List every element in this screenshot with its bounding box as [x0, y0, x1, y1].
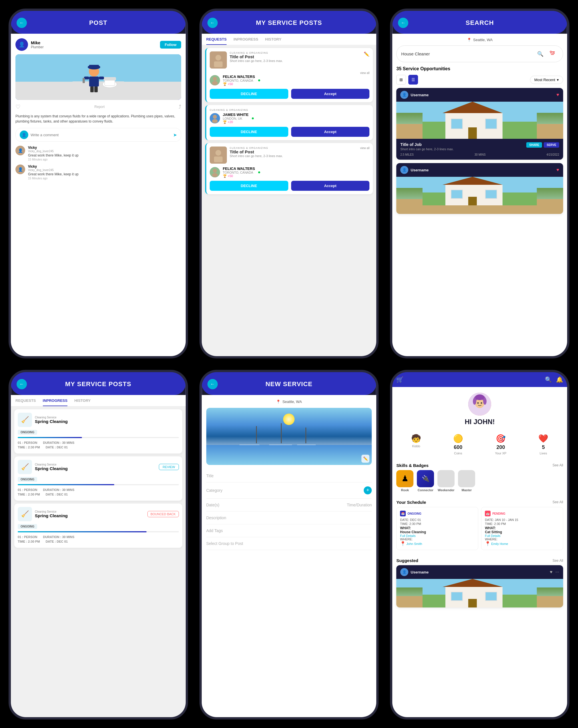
tab-requests[interactable]: REQUESTS: [206, 37, 227, 45]
result-avatar-1: 👤: [400, 91, 408, 99]
schedule-see-all[interactable]: See All: [553, 500, 563, 504]
xp-value: 200: [496, 444, 505, 450]
view-all-1[interactable]: view all: [210, 71, 370, 75]
pending-full-details[interactable]: Full Details: [485, 534, 559, 538]
detail-row-3b: TIME : 2:30 PM DATE : DEC 01: [18, 540, 179, 543]
service-title-3: Title of Post: [230, 149, 357, 154]
svg-point-24: [216, 150, 221, 156]
bell-icon[interactable]: 🔔: [556, 376, 563, 383]
svg-rect-61: [451, 592, 462, 601]
detail-row-1a: 01 : PERSON DURATION : 30 MINS: [18, 441, 179, 444]
duration-detail-2: DURATION : 30 MINS: [43, 488, 74, 492]
suggested-section-header: Suggested See All: [396, 554, 563, 565]
view-all-3[interactable]: view all: [360, 147, 370, 164]
bounced-back-button[interactable]: BOUNCED BACK: [147, 511, 179, 517]
filter-button[interactable]: [546, 49, 558, 59]
accept-button-2[interactable]: Accept: [291, 127, 370, 137]
photo-edit-icon[interactable]: ✏️: [361, 455, 370, 463]
suggested-section: Suggested See All 👤 Username ♥ ···: [392, 554, 567, 607]
heart-icon-2[interactable]: ♥: [557, 167, 559, 173]
schedule-cards: 📅 ONGOING DATE: DEC 01 TIME: 2:30 PM WHA…: [396, 507, 563, 550]
share-icon[interactable]: ⤴: [179, 104, 181, 110]
date-detail-1: DATE : DEC 01: [46, 445, 68, 449]
sun-decoration: [283, 414, 295, 425]
like-icon[interactable]: ♡: [16, 103, 21, 110]
svg-rect-31: [551, 54, 554, 55]
report-label[interactable]: Report: [94, 105, 105, 109]
date-detail-2: DATE : DEC 01: [46, 493, 68, 496]
service-posts2-back-button[interactable]: ←: [17, 379, 27, 389]
form-tags-field[interactable]: Add Tags: [206, 524, 372, 537]
tab2-requests[interactable]: REQUESTS: [16, 398, 36, 406]
suggested-see-all[interactable]: See All: [553, 558, 563, 563]
lives-label: Lives: [540, 451, 547, 455]
skills-see-all[interactable]: See All: [553, 463, 563, 467]
suggested-heart-icon[interactable]: ♥: [550, 570, 553, 575]
service-card-info-3: CLEANING & ORGANIZING Title of Post Shor…: [230, 147, 357, 164]
search-input[interactable]: [401, 51, 534, 56]
form-description-field[interactable]: Description: [206, 512, 372, 524]
form-dates-field[interactable]: Date(s) Time/Duration: [206, 499, 372, 512]
service-posts-screen-top: ← MY SERVICE POSTS REQUESTS INPROGRESS H…: [199, 8, 379, 359]
tab2-inprogress[interactable]: INPROGRESS: [43, 398, 68, 406]
suggested-more-icon[interactable]: ···: [555, 570, 559, 575]
service-thumb-3: [210, 147, 227, 164]
grid-view-button[interactable]: ⊞: [396, 75, 406, 84]
form-group-field[interactable]: Select Group to Post: [206, 537, 372, 550]
result-image-1: [396, 102, 563, 139]
service-posts-back-button[interactable]: ←: [207, 18, 218, 28]
pending-label: PENDING: [492, 512, 505, 515]
pending-person[interactable]: Emily Home: [491, 542, 508, 546]
cart-icon[interactable]: 🛒: [396, 376, 403, 383]
availability-dot-1: ●: [258, 78, 260, 83]
decline-button-1[interactable]: DECLINE: [210, 89, 288, 99]
result-action-btns-1: SHARE SERVE: [526, 142, 559, 148]
form-tags-label: Add Tags: [206, 528, 223, 533]
accept-button-1[interactable]: Accept: [291, 89, 370, 99]
review-button[interactable]: REVIEW: [159, 464, 179, 470]
badge-connector: 🔌 Connector: [417, 470, 434, 492]
master-label: Master: [462, 488, 472, 492]
view-icons: ⊞ ☰: [396, 75, 418, 84]
svg-point-55: [477, 402, 479, 404]
follow-button[interactable]: Follow: [160, 41, 181, 49]
water: [206, 445, 372, 465]
ongoing-label: ONGOING: [407, 512, 421, 515]
heart-icon-1[interactable]: ♥: [557, 92, 559, 97]
form-category-field[interactable]: Category +: [206, 483, 372, 499]
service-posts2-header: ← MY SERVICE POSTS: [11, 372, 186, 395]
category-add-button[interactable]: +: [364, 486, 372, 494]
person-name-2: JAMES WHITE: [223, 112, 249, 117]
search-icon-profile[interactable]: 🔍: [545, 376, 552, 383]
house-image-2: [396, 177, 563, 214]
search-back-button[interactable]: ←: [398, 18, 408, 28]
new-service-image[interactable]: ✏️: [206, 408, 372, 465]
tab2-history[interactable]: HISTORY: [74, 398, 91, 406]
tab-inprogress[interactable]: INPROGRESS: [233, 37, 258, 45]
comment-input[interactable]: [30, 133, 171, 137]
ongoing-full-details[interactable]: Full Details: [400, 534, 475, 538]
pending-card: 📅 PENDING DATE: JAN 10 - JAN 15 TIME: 2:…: [481, 507, 563, 550]
share-button-1[interactable]: SHARE: [526, 142, 542, 148]
tab-history[interactable]: HISTORY: [265, 37, 281, 45]
decline-button-2[interactable]: DECLINE: [210, 127, 288, 137]
new-service-back-button[interactable]: ←: [207, 379, 218, 389]
send-icon[interactable]: ➤: [173, 132, 177, 138]
search-title: SEARCH: [466, 19, 494, 27]
progress-bar-3: [18, 531, 179, 532]
inprogress-title-1: Spring Cleaning: [35, 419, 68, 424]
back-button[interactable]: ←: [17, 18, 27, 28]
weekender-badge-icon: [437, 470, 455, 487]
sort-button[interactable]: Most Recent ▾: [530, 76, 563, 84]
list-view-button[interactable]: ☰: [408, 75, 418, 84]
service-card-info-1: CLEANING & ORGANIZING Title of Post Shor…: [230, 51, 361, 69]
ongoing-person[interactable]: John Smith: [406, 542, 422, 546]
svg-rect-7: [89, 65, 99, 68]
edit-icon-1[interactable]: ✏️: [364, 51, 370, 69]
form-title-field[interactable]: Title: [206, 470, 372, 483]
comment-time-1: 15 Minutes ago: [28, 158, 181, 161]
serve-button-1[interactable]: SERVE: [544, 142, 559, 148]
decline-button-3[interactable]: DECLINE: [210, 181, 288, 191]
accept-button-3[interactable]: Accept: [291, 181, 370, 191]
search-icon[interactable]: 🔍: [537, 51, 544, 57]
